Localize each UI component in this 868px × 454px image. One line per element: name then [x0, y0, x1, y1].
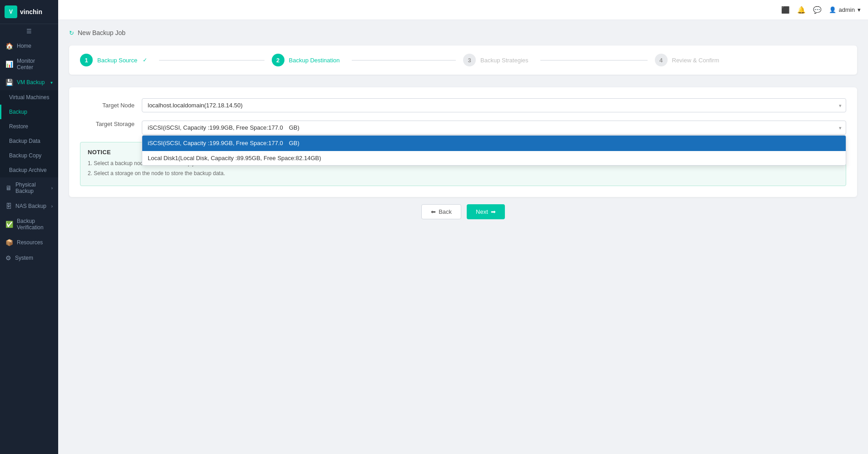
- notice-item-2: 2. Select a storage on the node to store…: [88, 169, 838, 177]
- main-content: ↻ New Backup Job 1 Backup Source ✓ 2 Bac…: [58, 20, 868, 454]
- storage-option-iscsi[interactable]: iSCSI(iSCSI, Capacity :199.9GB, Free Spa…: [142, 136, 846, 151]
- sidebar-item-label: NAS Backup: [15, 203, 46, 209]
- sidebar-item-resources[interactable]: 📦 Resources: [0, 235, 58, 250]
- verification-icon: ✅: [5, 221, 13, 228]
- back-label: Back: [439, 208, 452, 215]
- target-storage-select[interactable]: iSCSI(iSCSI, Capacity :199.9GB, Free Spa…: [142, 121, 846, 135]
- step-label-2: Backup Destination: [289, 57, 340, 64]
- sidebar-item-home[interactable]: 🏠 Home: [0, 38, 58, 54]
- step-label-3: Backup Strategies: [480, 57, 529, 64]
- target-storage-row: Target Storage iSCSI(iSCSI, Capacity :19…: [80, 120, 846, 135]
- page-header: ↻ New Backup Job: [69, 29, 857, 36]
- step-label-4: Review & Confirm: [672, 57, 719, 64]
- target-node-select[interactable]: localhost.localdomain(172.18.14.50): [142, 98, 846, 112]
- sidebar-item-backup-data[interactable]: Backup Data: [0, 134, 58, 148]
- submenu-item-label: Virtual Machines: [9, 94, 50, 101]
- sidebar-item-label: System: [15, 255, 33, 261]
- submenu-item-label: Restore: [9, 123, 28, 130]
- submenu-item-label: Backup Archive: [9, 167, 47, 173]
- system-icon: ⚙: [5, 254, 11, 262]
- sidebar-item-backup-copy[interactable]: Backup Copy: [0, 148, 58, 163]
- page-title: New Backup Job: [78, 29, 125, 36]
- storage-dropdown[interactable]: iSCSI(iSCSI, Capacity :199.9GB, Free Spa…: [142, 135, 846, 166]
- chevron-down-icon: ▾: [858, 6, 861, 13]
- wizard-step-4: 4 Review & Confirm: [655, 54, 847, 66]
- physical-backup-icon: 🖥: [5, 184, 12, 192]
- resources-icon: 📦: [5, 239, 13, 246]
- submenu-item-label: Backup Data: [9, 138, 40, 144]
- sidebar-item-backup-archive[interactable]: Backup Archive: [0, 163, 58, 177]
- step-circle-1: 1: [80, 54, 93, 66]
- logo: V vinchin: [0, 0, 58, 24]
- monitor-topbar-icon[interactable]: ⬛: [781, 6, 790, 14]
- target-storage-control: iSCSI(iSCSI, Capacity :199.9GB, Free Spa…: [142, 121, 846, 135]
- back-button[interactable]: ⬅ Back: [421, 204, 461, 219]
- sidebar-item-label: VM Backup: [17, 79, 45, 86]
- wizard-steps: 1 Backup Source ✓ 2 Backup Destination 3…: [69, 45, 857, 75]
- sidebar-item-system[interactable]: ⚙ System: [0, 250, 58, 266]
- wizard-step-2: 2 Backup Destination: [272, 54, 464, 66]
- user-label: admin: [839, 6, 855, 13]
- sidebar-item-nas-backup[interactable]: 🗄 NAS Backup ›: [0, 198, 58, 214]
- collapse-button[interactable]: ☰: [0, 24, 58, 38]
- chevron-down-icon: ▾: [50, 80, 53, 85]
- user-menu[interactable]: 👤 admin ▾: [829, 6, 861, 13]
- next-button[interactable]: Next ➡: [467, 204, 505, 219]
- sidebar-item-restore[interactable]: Restore: [0, 119, 58, 134]
- next-label: Next: [476, 208, 488, 215]
- form-card: Target Node localhost.localdomain(172.18…: [69, 87, 857, 197]
- chevron-right-icon: ›: [51, 186, 53, 191]
- step-circle-2: 2: [272, 54, 284, 66]
- sidebar-item-virtual-machines[interactable]: Virtual Machines: [0, 90, 58, 105]
- step-check-1: ✓: [143, 57, 147, 63]
- bell-icon[interactable]: 🔔: [797, 6, 806, 14]
- vm-backup-submenu: Virtual Machines Backup Restore Backup D…: [0, 90, 58, 177]
- user-icon: 👤: [829, 6, 836, 13]
- topbar: ⬛ 🔔 💬 👤 admin ▾: [58, 0, 868, 20]
- sidebar-item-label: Monitor Center: [17, 58, 53, 71]
- step-circle-3: 3: [463, 54, 476, 66]
- target-node-control: localhost.localdomain(172.18.14.50) ▾: [142, 98, 846, 112]
- sidebar-item-label: Backup Verification: [17, 218, 53, 231]
- target-node-row: Target Node localhost.localdomain(172.18…: [80, 98, 846, 112]
- chat-icon[interactable]: 💬: [813, 6, 822, 14]
- target-node-label: Target Node: [80, 102, 135, 109]
- step-label-1: Backup Source: [97, 57, 137, 64]
- sidebar-item-backup[interactable]: Backup: [0, 105, 58, 119]
- vm-backup-icon: 💾: [5, 79, 13, 86]
- sidebar: V vinchin ☰ 🏠 Home 📊 Monitor Center 💾 VM…: [0, 0, 58, 454]
- logo-text: vinchin: [20, 8, 42, 15]
- chevron-right-icon: ›: [51, 204, 53, 209]
- monitor-icon: 📊: [5, 61, 13, 68]
- back-icon: ⬅: [431, 208, 436, 215]
- main-wrapper: ⬛ 🔔 💬 👤 admin ▾ ↻ New Backup Job 1 Backu…: [58, 0, 868, 454]
- sidebar-item-label: Home: [17, 43, 31, 49]
- storage-option-local[interactable]: Local Disk1(Local Disk, Capacity :89.95G…: [142, 151, 846, 165]
- wizard-step-1: 1 Backup Source ✓: [80, 54, 272, 66]
- sidebar-item-label: Resources: [17, 239, 43, 246]
- submenu-item-label: Backup Copy: [9, 152, 41, 159]
- next-icon: ➡: [491, 208, 496, 215]
- nas-backup-icon: 🗄: [5, 202, 12, 210]
- target-storage-label: Target Storage: [80, 121, 135, 127]
- sidebar-item-physical-backup[interactable]: 🖥 Physical Backup ›: [0, 177, 58, 198]
- home-icon: 🏠: [5, 42, 13, 50]
- bottom-bar: ⬅ Back Next ➡: [69, 197, 857, 227]
- sidebar-item-monitor-center[interactable]: 📊 Monitor Center: [0, 54, 58, 75]
- submenu-item-label: Backup: [9, 109, 27, 115]
- step-circle-4: 4: [655, 54, 668, 66]
- logo-icon: V: [5, 5, 17, 18]
- wizard-step-3: 3 Backup Strategies: [463, 54, 655, 66]
- sidebar-item-backup-verification[interactable]: ✅ Backup Verification: [0, 214, 58, 235]
- refresh-icon[interactable]: ↻: [69, 30, 74, 36]
- sidebar-item-label: Physical Backup: [15, 182, 48, 194]
- sidebar-item-vm-backup[interactable]: 💾 VM Backup ▾: [0, 75, 58, 90]
